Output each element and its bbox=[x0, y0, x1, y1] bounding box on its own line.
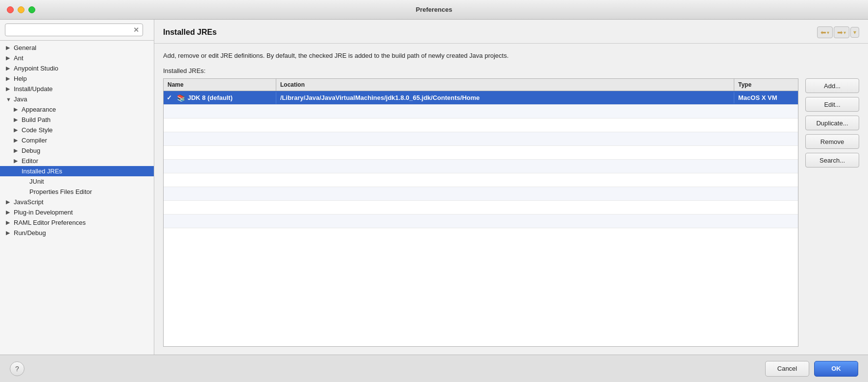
sidebar-item-label: Installed JREs bbox=[22, 167, 62, 175]
col-header-name: Name bbox=[164, 79, 276, 91]
sidebar-item-install-update[interactable]: ▶ Install/Update bbox=[0, 84, 154, 94]
sidebar-item-raml-editor-preferences[interactable]: ▶ RAML Editor Preferences bbox=[0, 217, 154, 228]
check-icon: ✓ bbox=[167, 94, 174, 101]
cancel-button[interactable]: Cancel bbox=[765, 361, 809, 377]
sidebar-item-label: Anypoint Studio bbox=[14, 65, 58, 72]
sidebar-item-build-path[interactable]: ▶ Build Path bbox=[0, 115, 154, 125]
bottom-right-buttons: Cancel OK bbox=[765, 361, 858, 377]
jre-name: JDK 8 (default) bbox=[188, 94, 233, 101]
duplicate-button[interactable]: Duplicate... bbox=[805, 116, 859, 130]
sidebar-item-label: RAML Editor Preferences bbox=[14, 219, 86, 226]
maximize-button[interactable] bbox=[28, 6, 35, 13]
jre-table: Name Location Type ✓ 📚 JDK 8 (default) bbox=[163, 78, 798, 347]
content-body: Add, remove or edit JRE definitions. By … bbox=[154, 44, 868, 355]
expand-icon: ▶ bbox=[14, 127, 20, 133]
table-row-empty[interactable] bbox=[164, 119, 798, 132]
table-row-empty[interactable] bbox=[164, 146, 798, 160]
table-row-empty[interactable] bbox=[164, 105, 798, 119]
sidebar-item-label: Editor bbox=[22, 157, 38, 165]
forward-arrow-icon: ➡ bbox=[837, 28, 843, 36]
expand-icon: ▶ bbox=[14, 147, 20, 154]
sidebar-item-java[interactable]: ▼ Java bbox=[0, 94, 154, 104]
sidebar-item-code-style[interactable]: ▶ Code Style bbox=[0, 125, 154, 135]
expand-icon: ▶ bbox=[14, 117, 20, 123]
close-button[interactable] bbox=[7, 6, 14, 13]
table-row-empty[interactable] bbox=[164, 173, 798, 187]
history-dropdown-icon: ▾ bbox=[853, 29, 856, 36]
table-row-empty[interactable] bbox=[164, 201, 798, 215]
sidebar-item-label: Plug-in Development bbox=[14, 209, 73, 216]
window-title: Preferences bbox=[416, 6, 452, 13]
table-row-empty[interactable] bbox=[164, 160, 798, 173]
expand-icon: ▶ bbox=[6, 86, 12, 92]
table-row-empty[interactable] bbox=[164, 132, 798, 146]
expand-icon: ▶ bbox=[14, 106, 20, 113]
back-arrow-icon: ⬅ bbox=[820, 28, 826, 36]
installed-jres-label: Installed JREs: bbox=[163, 67, 859, 74]
sidebar-item-anypoint-studio[interactable]: ▶ Anypoint Studio bbox=[0, 63, 154, 73]
tree-area: ▶ General ▶ Ant ▶ Anypoint Studio ▶ Help… bbox=[0, 41, 154, 355]
sidebar-item-help[interactable]: ▶ Help bbox=[0, 73, 154, 84]
table-row-empty[interactable] bbox=[164, 187, 798, 201]
search-input[interactable] bbox=[5, 24, 143, 36]
content-title: Installed JREs bbox=[163, 28, 217, 37]
sidebar-item-javascript[interactable]: ▶ JavaScript bbox=[0, 197, 154, 207]
sidebar-item-label: Install/Update bbox=[14, 85, 53, 93]
sidebar-item-installed-jres[interactable]: Installed JREs bbox=[0, 166, 154, 176]
expand-icon: ▶ bbox=[14, 137, 20, 143]
edit-button[interactable]: Edit... bbox=[805, 97, 859, 112]
minimize-button[interactable] bbox=[18, 6, 24, 13]
sidebar-item-label: Run/Debug bbox=[14, 229, 46, 237]
sidebar-item-label: Java bbox=[14, 96, 27, 103]
add-button[interactable]: Add... bbox=[805, 78, 859, 93]
search-bar: ✕ bbox=[0, 20, 154, 41]
title-bar: Preferences bbox=[0, 0, 868, 20]
sidebar-item-appearance[interactable]: ▶ Appearance bbox=[0, 104, 154, 115]
forward-button[interactable]: ➡ ▾ bbox=[834, 26, 849, 38]
sidebar-item-compiler[interactable]: ▶ Compiler bbox=[0, 135, 154, 145]
sidebar-item-properties-files-editor[interactable]: Properties Files Editor bbox=[0, 187, 154, 197]
sidebar-item-editor[interactable]: ▶ Editor bbox=[0, 156, 154, 166]
sidebar-item-ant[interactable]: ▶ Ant bbox=[0, 53, 154, 63]
expand-icon: ▶ bbox=[6, 230, 12, 236]
side-buttons: Add... Edit... Duplicate... Remove Searc… bbox=[805, 78, 859, 347]
table-section: Name Location Type ✓ 📚 JDK 8 (default) bbox=[163, 78, 859, 347]
sidebar-item-plug-in-development[interactable]: ▶ Plug-in Development bbox=[0, 207, 154, 217]
expand-icon: ▶ bbox=[14, 158, 20, 164]
sidebar-item-general[interactable]: ▶ General bbox=[0, 43, 154, 53]
expand-icon: ▶ bbox=[6, 209, 12, 215]
ok-button[interactable]: OK bbox=[814, 361, 858, 377]
expand-icon: ▶ bbox=[6, 219, 12, 226]
sidebar-item-run-debug[interactable]: ▶ Run/Debug bbox=[0, 228, 154, 238]
back-button[interactable]: ⬅ ▾ bbox=[817, 26, 833, 38]
description-text: Add, remove or edit JRE definitions. By … bbox=[163, 51, 859, 60]
content-area: Installed JREs ⬅ ▾ ➡ ▾ ▾ Add, remove or … bbox=[154, 20, 868, 355]
cell-name: ✓ 📚 JDK 8 (default) bbox=[164, 92, 276, 104]
sidebar: ✕ ▶ General ▶ Ant ▶ Anypoint Studio ▶ He… bbox=[0, 20, 154, 355]
col-header-type: Type bbox=[734, 79, 798, 91]
sidebar-item-label: Properties Files Editor bbox=[29, 188, 92, 195]
sidebar-item-junit[interactable]: JUnit bbox=[0, 176, 154, 187]
remove-button[interactable]: Remove bbox=[805, 134, 859, 149]
sidebar-item-label: Build Path bbox=[22, 116, 50, 123]
sidebar-item-debug[interactable]: ▶ Debug bbox=[0, 145, 154, 156]
sidebar-item-label: Compiler bbox=[22, 137, 47, 144]
search-clear-button[interactable]: ✕ bbox=[133, 26, 139, 34]
table-header: Name Location Type bbox=[164, 79, 798, 91]
sidebar-item-label: Help bbox=[14, 75, 27, 82]
window-controls bbox=[7, 6, 35, 13]
help-button[interactable]: ? bbox=[10, 361, 24, 376]
expand-icon: ▶ bbox=[6, 65, 12, 72]
table-row-empty[interactable] bbox=[164, 215, 798, 228]
search-button[interactable]: Search... bbox=[805, 153, 859, 167]
history-dropdown-button[interactable]: ▾ bbox=[850, 27, 859, 38]
nav-buttons: ⬅ ▾ ➡ ▾ ▾ bbox=[817, 26, 859, 38]
table-body: ✓ 📚 JDK 8 (default) /Library/Java/JavaVi… bbox=[164, 91, 798, 346]
sidebar-item-label: Debug bbox=[22, 147, 40, 154]
expand-icon: ▶ bbox=[6, 45, 12, 51]
table-row[interactable]: ✓ 📚 JDK 8 (default) /Library/Java/JavaVi… bbox=[164, 91, 798, 105]
cell-type: MacOS X VM bbox=[734, 92, 798, 103]
sidebar-item-label: Appearance bbox=[22, 106, 56, 113]
expand-icon: ▼ bbox=[6, 96, 12, 102]
expand-icon: ▶ bbox=[6, 199, 12, 205]
